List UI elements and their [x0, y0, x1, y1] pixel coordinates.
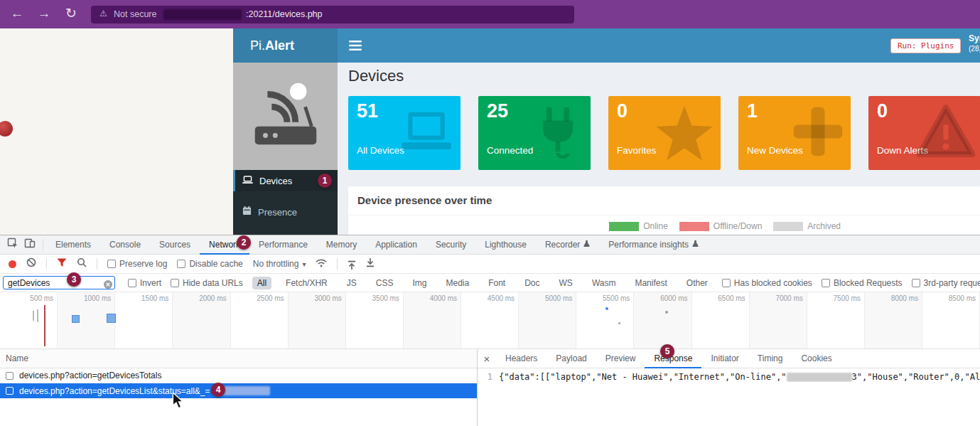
- third-party-requests-checkbox[interactable]: 3rd-party requests: [912, 278, 980, 288]
- device-toolbar-icon[interactable]: [24, 238, 36, 252]
- filter-options: Invert Hide data URLs All Fetch/XHR JS C…: [128, 274, 980, 292]
- panel-title: Device presence over time: [357, 194, 492, 206]
- filter-pill-other[interactable]: Other: [682, 277, 713, 289]
- tab-sources[interactable]: Sources: [150, 235, 200, 255]
- card-new-devices[interactable]: 1 New Devices: [738, 96, 851, 170]
- filter-pill-img[interactable]: Img: [407, 277, 431, 289]
- export-har-icon[interactable]: [366, 257, 375, 270]
- network-bottom-split: Name devices.php?action=getDevicesTotals…: [0, 349, 980, 426]
- import-har-icon[interactable]: [348, 257, 356, 270]
- tab-label: Memory: [326, 240, 357, 250]
- tab-console[interactable]: Console: [100, 235, 150, 255]
- reload-icon[interactable]: ↻: [61, 4, 81, 23]
- blocked-requests-checkbox[interactable]: Blocked Requests: [822, 278, 903, 288]
- throttling-select[interactable]: No throttling▾: [253, 259, 306, 269]
- app-logo[interactable]: Pi.Alert: [233, 28, 338, 63]
- checkbox-label: Blocked Requests: [834, 278, 903, 288]
- card-label: All Devices: [357, 145, 404, 156]
- network-timeline-overview[interactable]: 500 ms 1000 ms 1500 ms 2000 ms 2500 ms 3…: [0, 292, 980, 349]
- filter-funnel-icon[interactable]: [57, 257, 67, 270]
- mouse-cursor: [172, 393, 185, 412]
- disable-cache-checkbox[interactable]: Disable cache: [177, 259, 242, 269]
- network-conditions-icon[interactable]: [316, 257, 327, 270]
- response-content: 1 {"data":[["laptop","Net - Huawei","Int…: [478, 368, 980, 382]
- response-pane: × Headers Payload Preview Response Initi…: [478, 349, 980, 426]
- clear-icon[interactable]: [26, 257, 36, 270]
- toolbar-divider: [97, 258, 97, 270]
- redacted-host: [163, 9, 242, 20]
- clear-filter-icon[interactable]: [104, 279, 112, 292]
- filter-pill-wasm[interactable]: Wasm: [587, 277, 621, 289]
- legend-swatch: [609, 222, 639, 231]
- record-button[interactable]: [9, 260, 16, 268]
- tab-lighthouse[interactable]: Lighthouse: [475, 235, 536, 255]
- tab-performance[interactable]: Performance: [249, 235, 317, 255]
- timeline-tick: 6000 ms: [634, 292, 691, 348]
- timeline-tick: 6500 ms: [692, 292, 750, 348]
- response-tab-cookies[interactable]: Cookies: [792, 349, 841, 368]
- hide-data-urls-checkbox[interactable]: Hide data URLs: [171, 278, 243, 288]
- chart-legend: Online Offline/Down Archived: [609, 221, 841, 231]
- card-favorites[interactable]: 0 Favorites: [608, 96, 721, 170]
- tab-performance-insights[interactable]: Performance insights: [599, 235, 708, 255]
- tab-label: Lighthouse: [485, 240, 527, 250]
- address-bar[interactable]: ⚠ Not secure :20211/devices.php: [91, 6, 574, 23]
- response-tab-headers[interactable]: Headers: [496, 349, 546, 368]
- toolbar-divider: [46, 258, 47, 270]
- timeline-mark: [44, 305, 45, 346]
- filter-pill-font[interactable]: Font: [483, 277, 510, 289]
- line-number: 1: [478, 372, 499, 382]
- response-tab-initiator[interactable]: Initiator: [701, 349, 748, 368]
- filter-pill-ws[interactable]: WS: [554, 277, 578, 289]
- legend-label: Archived: [807, 221, 841, 231]
- tab-label: Recorder: [545, 240, 580, 250]
- card-connected[interactable]: 25 Connected: [478, 96, 591, 170]
- request-list-header[interactable]: Name: [0, 349, 477, 368]
- filter-pill-doc[interactable]: Doc: [519, 277, 544, 289]
- preserve-log-checkbox[interactable]: Preserve log: [107, 259, 167, 269]
- filter-pill-manifest[interactable]: Manifest: [630, 277, 672, 289]
- tab-elements[interactable]: Elements: [46, 235, 100, 255]
- response-tab-preview[interactable]: Preview: [596, 349, 645, 368]
- card-down-alerts[interactable]: 0 Down Alerts: [868, 96, 980, 170]
- filter-pill-all[interactable]: All: [252, 277, 271, 289]
- tab-application[interactable]: Application: [366, 235, 426, 255]
- invert-checkbox[interactable]: Invert: [128, 278, 161, 288]
- inspect-icon[interactable]: [7, 238, 18, 252]
- search-icon[interactable]: [77, 257, 87, 270]
- forward-icon[interactable]: →: [34, 4, 54, 23]
- filter-pill-fetch-xhr[interactable]: Fetch/XHR: [281, 277, 333, 289]
- throttling-value: No throttling: [253, 259, 299, 269]
- back-icon[interactable]: ←: [7, 4, 27, 23]
- row-checkbox[interactable]: [6, 372, 14, 380]
- response-tab-timing[interactable]: Timing: [748, 349, 792, 368]
- url-path: :20211/devices.php: [246, 9, 323, 19]
- annotation-badge-3: 3: [67, 272, 81, 287]
- close-icon[interactable]: ×: [478, 353, 496, 365]
- tab-security[interactable]: Security: [426, 235, 475, 255]
- timeline-tick: 4500 ms: [461, 292, 519, 348]
- network-filter-input[interactable]: [3, 276, 115, 289]
- filter-pill-js[interactable]: JS: [342, 277, 362, 289]
- filter-pill-media[interactable]: Media: [441, 277, 474, 289]
- row-checkbox[interactable]: [6, 387, 14, 395]
- checkbox: [177, 260, 185, 268]
- card-all-devices[interactable]: 51 All Devices: [348, 96, 461, 170]
- checkbox: [171, 279, 179, 287]
- request-row[interactable]: devices.php?action=getDevicesTotals: [0, 368, 477, 383]
- run-plugins-button[interactable]: Run: Plugins: [890, 38, 961, 53]
- sidebar-item-label: Presence: [258, 207, 297, 218]
- tab-recorder[interactable]: Recorder: [536, 235, 599, 255]
- filter-pill-css[interactable]: CSS: [371, 277, 399, 289]
- timeline-mark: [618, 322, 620, 324]
- legend-swatch: [679, 222, 709, 231]
- has-blocked-cookies-checkbox[interactable]: Has blocked cookies: [722, 278, 812, 288]
- user-info[interactable]: Sym (28,: [969, 33, 980, 53]
- response-text: 3","House","Router",0,"Always on": [852, 372, 980, 382]
- hamburger-icon[interactable]: [349, 41, 362, 53]
- response-tab-payload[interactable]: Payload: [546, 349, 596, 368]
- request-row-selected[interactable]: devices.php?action=getDevicesList&status…: [0, 383, 477, 398]
- sidebar-item-presence[interactable]: Presence: [233, 201, 338, 223]
- request-name: devices.php?action=getDevicesTotals: [19, 371, 161, 380]
- tab-memory[interactable]: Memory: [317, 235, 366, 255]
